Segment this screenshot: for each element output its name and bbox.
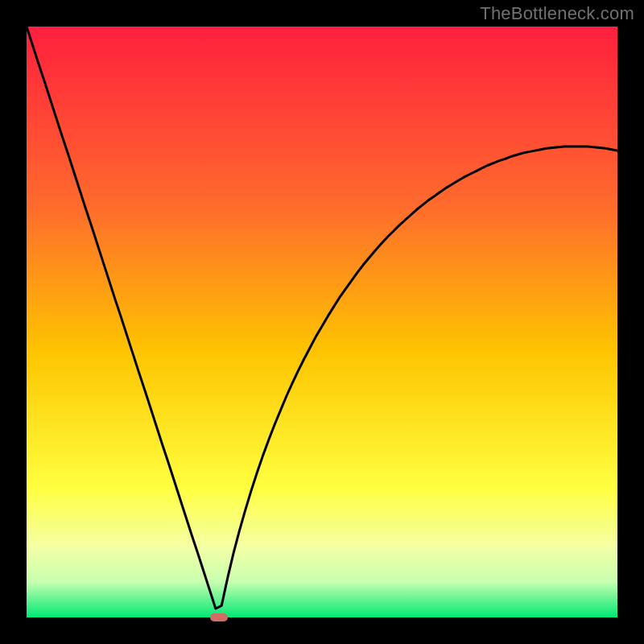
plot-area xyxy=(27,27,617,617)
minimum-marker xyxy=(210,613,228,621)
bottleneck-curve-plot xyxy=(27,27,617,617)
gradient-background xyxy=(27,27,617,617)
chart-frame: TheBottleneck.com xyxy=(0,0,644,644)
attribution-text: TheBottleneck.com xyxy=(480,3,634,24)
